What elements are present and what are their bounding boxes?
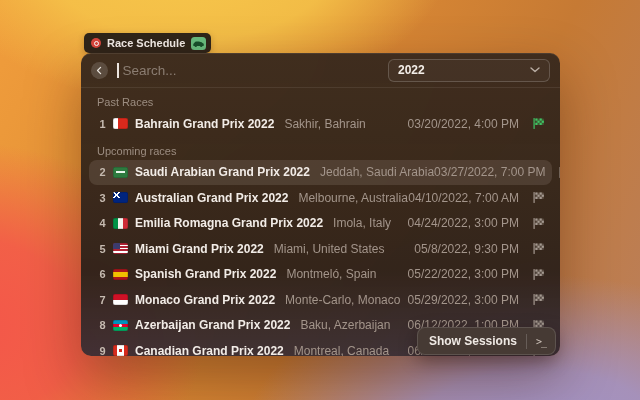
season-dropdown-value: 2022: [398, 63, 425, 77]
season-dropdown[interactable]: 2022: [388, 59, 550, 82]
search-bar: 2022: [81, 53, 560, 88]
country-flag-icon-italy: [113, 218, 128, 229]
race-title: Azerbaijan Grand Prix 2022: [135, 318, 290, 332]
race-title: Canadian Grand Prix 2022: [135, 344, 284, 356]
race-location: Montmeló, Spain: [286, 267, 376, 281]
desktop-background: Race Schedule 2022 Past Races: [0, 0, 640, 400]
race-location: Baku, Azerbaijan: [300, 318, 390, 332]
race-datetime: 04/24/2022, 3:00 PM: [408, 216, 519, 230]
race-row[interactable]: 7 Monaco Grand Prix 2022 Monte-Carlo, Mo…: [89, 287, 552, 313]
country-flag-icon-australia: [113, 192, 128, 203]
race-datetime: 03/20/2022, 4:00 PM: [408, 117, 519, 131]
race-datetime: 05/8/2022, 9:30 PM: [414, 242, 519, 256]
race-location: Sakhir, Bahrain: [284, 117, 365, 131]
race-row[interactable]: 5 Miami Grand Prix 2022 Miami, United St…: [89, 236, 552, 262]
section-header: Upcoming races: [97, 137, 544, 160]
race-row[interactable]: 4 Emilia Romagna Grand Prix 2022 Imola, …: [89, 211, 552, 237]
race-row[interactable]: 1 Bahrain Grand Prix 2022 Sakhir, Bahrai…: [89, 111, 552, 137]
show-sessions-action[interactable]: Show Sessions >_: [417, 327, 556, 355]
race-location: Jeddah, Saudi Arabia: [320, 165, 434, 179]
country-flag-icon-spain: [113, 269, 128, 280]
checkered-flag-icon: [532, 242, 545, 255]
country-flag-icon-azerbaijan: [113, 320, 128, 331]
checkered-flag-icon: [532, 191, 545, 204]
row-index: 9: [97, 345, 108, 356]
race-title: Australian Grand Prix 2022: [135, 191, 288, 205]
show-sessions-label: Show Sessions: [429, 334, 517, 348]
row-index: 1: [97, 118, 108, 130]
race-datetime: 03/27/2022, 7:00 PM: [434, 165, 545, 179]
race-title: Emilia Romagna Grand Prix 2022: [135, 216, 323, 230]
race-location: Montreal, Canada: [294, 344, 389, 356]
race-title: Miami Grand Prix 2022: [135, 242, 264, 256]
race-location: Miami, United States: [274, 242, 385, 256]
country-flag-icon-monaco: [113, 294, 128, 305]
race-row[interactable]: 3 Australian Grand Prix 2022 Melbourne, …: [89, 185, 552, 211]
row-index: 4: [97, 217, 108, 229]
country-flag-icon-canada: [113, 345, 128, 356]
row-index: 5: [97, 243, 108, 255]
race-datetime: 04/10/2022, 7:00 AM: [408, 191, 519, 205]
race-datetime: 05/29/2022, 3:00 PM: [408, 293, 519, 307]
back-button[interactable]: [91, 62, 108, 79]
row-index: 8: [97, 319, 108, 331]
row-index: 6: [97, 268, 108, 280]
checkered-flag-icon: [558, 166, 560, 179]
race-location: Melbourne, Australia: [298, 191, 407, 205]
race-schedule-window: 2022 Past Races 1 Bahrain Grand Prix 202…: [81, 53, 560, 356]
search-input[interactable]: [121, 62, 389, 79]
section-header: Past Races: [97, 88, 544, 111]
checkered-flag-icon: [532, 268, 545, 281]
race-datetime: 05/22/2022, 3:00 PM: [408, 267, 519, 281]
race-title: Monaco Grand Prix 2022: [135, 293, 275, 307]
race-row[interactable]: 6 Spanish Grand Prix 2022 Montmeló, Spai…: [89, 262, 552, 288]
country-flag-icon-saudi-arabia: [113, 167, 128, 178]
race-list: Past Races 1 Bahrain Grand Prix 2022 Sak…: [81, 88, 560, 356]
checkered-flag-icon: [532, 217, 545, 230]
checkered-flag-icon: [532, 293, 545, 306]
race-location: Monte-Carlo, Monaco: [285, 293, 400, 307]
record-icon: [91, 38, 101, 48]
enter-key-icon: >_: [536, 336, 546, 347]
car-icon: [191, 37, 206, 50]
race-title: Bahrain Grand Prix 2022: [135, 117, 274, 131]
row-index: 3: [97, 192, 108, 204]
country-flag-icon-usa: [113, 243, 128, 254]
race-title: Saudi Arabian Grand Prix 2022: [135, 165, 310, 179]
text-cursor: [117, 63, 119, 78]
country-flag-icon-bahrain: [113, 118, 128, 129]
race-row[interactable]: 2 Saudi Arabian Grand Prix 2022 Jeddah, …: [89, 160, 552, 186]
checkered-flag-icon: [532, 117, 545, 130]
hint-divider: [526, 334, 527, 349]
chevron-left-icon: [95, 66, 104, 75]
row-index: 2: [97, 166, 108, 178]
window-tag-title: Race Schedule: [107, 37, 185, 49]
race-location: Imola, Italy: [333, 216, 391, 230]
window-tag: Race Schedule: [84, 33, 211, 53]
chevron-down-icon: [530, 67, 540, 73]
row-index: 7: [97, 294, 108, 306]
race-title: Spanish Grand Prix 2022: [135, 267, 276, 281]
